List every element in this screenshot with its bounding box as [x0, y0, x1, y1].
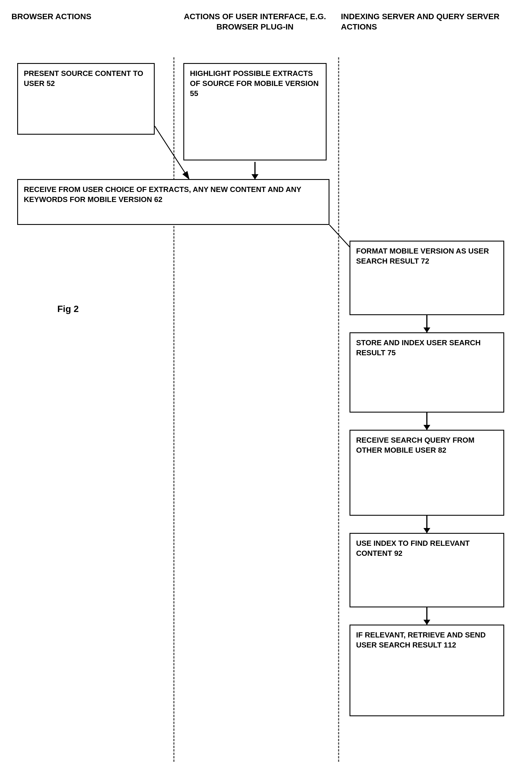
box-55: HIGHLIGHT POSSIBLE EXTRACTS OF SOURCE FO… [183, 63, 327, 161]
box-75: STORE AND INDEX USER SEARCH RESULT 75 [350, 332, 504, 413]
box-92: USE INDEX TO FIND RELEVANT CONTENT 92 [350, 533, 504, 607]
dashed-line-2 [338, 57, 339, 762]
browser-header: BROWSER ACTIONS [11, 11, 172, 22]
fig-label: Fig 2 [57, 304, 79, 314]
dashed-line-1 [173, 57, 174, 762]
diagram-container: BROWSER ACTIONS ACTIONS OF USER INTERFAC… [0, 0, 532, 779]
ui-header: ACTIONS OF USER INTERFACE, E.G. BROWSER … [178, 11, 332, 33]
box-72: FORMAT MOBILE VERSION AS USER SEARCH RES… [350, 241, 504, 315]
arrow-72-75 [426, 315, 427, 332]
box-52: PRESENT SOURCE CONTENT TO USER 52 [17, 63, 155, 135]
box-82: RECEIVE SEARCH QUERY FROM OTHER MOBILE U… [350, 430, 504, 516]
arrow-75-82 [426, 413, 427, 430]
box-62: RECEIVE FROM USER CHOICE OF EXTRACTS, AN… [17, 179, 330, 225]
arrow-82-92 [426, 516, 427, 533]
box-112: IF RELEVANT, RETRIEVE AND SEND USER SEAR… [350, 624, 504, 716]
arrow-55-down [254, 162, 255, 179]
server-header: INDEXING SERVER AND QUERY SERVER ACTIONS [341, 11, 501, 33]
arrow-92-112 [426, 607, 427, 624]
